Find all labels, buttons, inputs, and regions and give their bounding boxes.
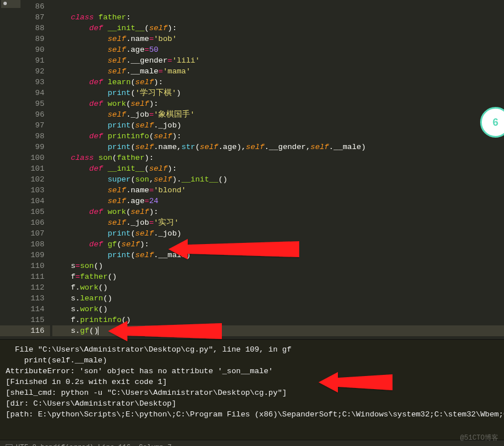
code-line[interactable]: print(self._job) <box>52 120 504 131</box>
line-number[interactable]: 97 <box>0 120 44 131</box>
line-number[interactable]: 93 <box>0 77 44 88</box>
code-line[interactable]: f=father() <box>52 271 504 282</box>
line-number[interactable]: 90 <box>0 44 44 55</box>
line-number[interactable]: 87 <box>0 12 44 23</box>
line-number[interactable]: 100 <box>0 152 44 163</box>
code-line[interactable]: self.name='blond' <box>52 185 504 196</box>
code-line[interactable]: super(son,self).__init__() <box>52 174 504 185</box>
console-line: [shell_cmd: python -u "C:\Users\Administ… <box>6 387 498 398</box>
line-number[interactable]: 101 <box>0 163 44 174</box>
code-line[interactable]: self.__gender='lili' <box>52 55 504 66</box>
file-tab[interactable] <box>1 0 20 8</box>
code-line[interactable]: print('学习下棋') <box>52 88 504 98</box>
line-number[interactable]: 112 <box>0 282 44 293</box>
console-line: [Finished in 0.2s with exit code 1] <box>6 377 498 387</box>
code-line[interactable]: s.work() <box>52 304 504 315</box>
line-number[interactable]: 94 <box>0 88 44 98</box>
line-number[interactable]: 106 <box>0 217 44 228</box>
line-number-gutter[interactable]: 8687888990919293949596979899100101102103… <box>0 0 50 339</box>
annotation-arrow <box>168 237 299 262</box>
line-number[interactable]: 99 <box>0 142 44 152</box>
code-line[interactable]: def printinfo(self): <box>52 131 504 142</box>
line-number[interactable]: 92 <box>0 66 44 77</box>
code-line[interactable]: self._job='象棋国手' <box>52 109 504 120</box>
status-text: UTF-8 handif(erred) Line 116, Column 7 <box>16 444 172 446</box>
line-number[interactable]: 104 <box>0 196 44 207</box>
code-line[interactable]: self.__male='mama' <box>52 66 504 77</box>
editor-pane[interactable]: 8687888990919293949596979899100101102103… <box>0 0 504 340</box>
line-number[interactable]: 103 <box>0 185 44 196</box>
line-number[interactable]: 116 <box>0 325 50 336</box>
console-line: AttributeError: 'son' object has no attr… <box>6 366 498 377</box>
line-number[interactable]: 114 <box>0 304 44 315</box>
annotation-arrow <box>319 370 393 395</box>
svg-marker-0 <box>168 239 299 259</box>
line-number[interactable]: 98 <box>0 131 44 142</box>
line-number[interactable]: 113 <box>0 293 44 304</box>
console-line: File "C:\Users\Administrator\Desktop\cg.… <box>6 344 498 355</box>
code-line[interactable]: self._job='实习' <box>52 217 504 228</box>
line-number[interactable]: 109 <box>0 250 44 261</box>
code-line[interactable]: class father: <box>52 12 504 23</box>
line-number[interactable]: 102 <box>0 174 44 185</box>
code-area[interactable]: class father: def __init__(self): self.n… <box>50 0 504 339</box>
svg-marker-2 <box>319 372 393 393</box>
code-line[interactable]: s.learn() <box>52 293 504 304</box>
code-line[interactable]: class son(father): <box>52 152 504 163</box>
line-number[interactable]: 115 <box>0 315 44 325</box>
code-line[interactable]: self.age=50 <box>52 44 504 55</box>
code-line[interactable] <box>52 1 504 12</box>
code-line[interactable]: def work(self): <box>52 98 504 109</box>
line-number[interactable]: 107 <box>0 228 44 239</box>
line-number[interactable]: 91 <box>0 55 44 66</box>
code-line[interactable]: self.name='bob' <box>52 34 504 44</box>
line-number[interactable]: 110 <box>0 261 44 271</box>
console-line: print(self.__male) <box>6 355 498 366</box>
line-number[interactable]: 89 <box>0 34 44 44</box>
line-number[interactable]: 111 <box>0 271 44 282</box>
line-number[interactable]: 108 <box>0 239 44 250</box>
code-line[interactable]: s=son() <box>52 261 504 271</box>
watermark: @51CTO博客 <box>460 433 498 443</box>
code-line[interactable]: def __init__(self): <box>52 23 504 34</box>
line-number[interactable]: 95 <box>0 98 44 109</box>
code-line[interactable]: print(self.name,str(self.age),self.__gen… <box>52 142 504 152</box>
code-line[interactable]: def __init__(self): <box>52 163 504 174</box>
line-number[interactable]: 105 <box>0 207 44 217</box>
annotation-arrow <box>108 319 222 344</box>
code-line[interactable]: def work(self): <box>52 207 504 217</box>
status-bar: UTF-8 handif(erred) Line 116, Column 7 <box>0 440 504 446</box>
code-line[interactable]: def learn(self): <box>52 77 504 88</box>
build-output-panel[interactable]: File "C:\Users\Administrator\Desktop\cg.… <box>0 340 504 440</box>
console-line: [dir: C:\Users\Administrator\Desktop] <box>6 398 498 409</box>
code-line[interactable]: self.age=24 <box>52 196 504 207</box>
line-number[interactable]: 88 <box>0 23 44 34</box>
code-line[interactable]: f.work() <box>52 282 504 293</box>
svg-marker-1 <box>108 321 222 341</box>
line-number[interactable]: 96 <box>0 109 44 120</box>
console-line: [path: E:\python\Scripts\;E:\python\;C:\… <box>6 409 498 420</box>
